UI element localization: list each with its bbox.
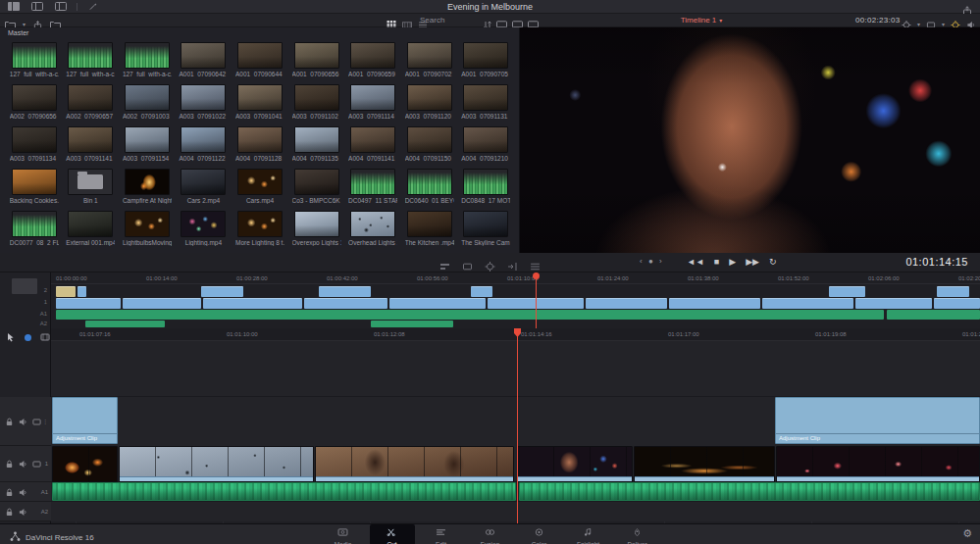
video-clip[interactable] [776,446,980,482]
video-clip[interactable] [119,446,314,482]
media-clip[interactable]: DC0497_11 STAR... [344,166,401,208]
overview-clip-a1[interactable] [56,310,884,320]
lock-icon[interactable] [5,483,14,501]
media-clip[interactable]: 127_full_with-a-c... [6,39,63,81]
frame-icon[interactable] [32,413,41,430]
media-clip[interactable]: A001_07090644_C... [232,39,288,81]
overview-clip-v1[interactable] [586,298,667,309]
media-clip[interactable]: A003_07091102_C... [288,81,345,124]
track-header-audio-1[interactable]: A1 [0,482,51,502]
video-clip[interactable] [52,446,118,482]
media-clip[interactable]: 127_full_with-a-c... [119,39,176,81]
overview-clip-v2[interactable] [201,286,243,297]
media-clip[interactable]: Lighting.mp4 [176,208,232,250]
overview-clip-v1[interactable] [855,298,932,309]
jog-control[interactable]: ‹ ● › [640,257,664,266]
overview-clip-v2[interactable] [937,286,969,297]
viewer-video[interactable] [520,27,980,253]
media-clip[interactable]: The Kitchen .mp4 [401,208,458,250]
track-a1-lane[interactable] [51,482,980,502]
track-v2-lane[interactable]: Adjustment ClipAdjustment Clip [51,397,980,453]
overview-clip-v1[interactable] [762,298,853,309]
search-input[interactable]: Search [420,16,444,25]
video-clip[interactable] [315,446,514,482]
media-clip[interactable]: A004_07091122_C... [176,124,232,166]
frame-icon[interactable] [32,455,41,472]
speaker-icon[interactable] [19,455,27,472]
adjustment-clip[interactable]: Adjustment Clip [52,397,118,444]
media-clip[interactable]: A003_07091041_C... [232,81,288,124]
adjustment-clip[interactable]: Adjustment Clip [775,397,980,444]
stop-button[interactable]: ■ [714,256,719,268]
go-to-start-button[interactable]: ◄◄ [687,256,704,268]
tab-fairlight[interactable]: Fairlight [566,524,611,544]
play-button[interactable]: ▶ [729,256,736,268]
pointer-tool-icon[interactable] [6,328,16,346]
media-clip[interactable]: A001_07090702_C... [401,39,458,81]
media-clip[interactable]: A003_07091114_C... [344,81,401,124]
overview-clip-a2[interactable] [85,321,165,327]
overview-clip-v2[interactable] [77,286,86,297]
media-bin[interactable]: Bin 1 [63,166,120,208]
lock-icon[interactable] [5,503,14,520]
timeline-detail[interactable]: 01:01:07:1601:01:10:0001:01:12:0801:01:1… [51,328,980,523]
media-clip[interactable]: A002_07090656_C... [6,81,63,124]
overview-clip-v2[interactable] [471,286,492,297]
video-clip[interactable] [517,446,633,482]
media-clip[interactable]: DC0640_01 BEYO... [401,166,458,208]
overview-clip-v1[interactable] [123,298,201,309]
overview-clip-v2[interactable] [56,286,76,297]
go-to-end-button[interactable]: ▶▶ [746,256,759,268]
audio-clip[interactable] [519,482,980,501]
media-clip[interactable]: A004_07091150_C... [401,124,458,166]
timeline-overview[interactable]: 01:00:00:0001:00:14:0001:00:28:0001:00:4… [51,272,980,328]
tab-edit[interactable]: Edit [419,524,464,544]
track-header-video-2[interactable]: ⋮ [0,397,51,446]
overview-clip-v2[interactable] [829,286,865,297]
tab-color[interactable]: Color [517,524,562,544]
media-clip[interactable]: Campfire At Night... [119,166,176,208]
breadcrumb[interactable]: Master [8,29,28,36]
media-clip[interactable]: Overhead Lights 1... [344,208,401,250]
lock-icon[interactable] [5,455,14,472]
settings-gear-icon[interactable]: ⚙ [962,527,972,540]
media-clip[interactable]: Cars.mp4 [232,166,288,208]
tab-fusion[interactable]: Fusion [468,524,513,544]
media-clip[interactable]: LightbulbsMoving... [119,208,176,250]
media-clip[interactable]: A001_07090659_C... [344,39,401,81]
media-clip[interactable]: DC0077_08_2 FLO... [6,208,63,250]
media-clip[interactable]: 127_full_with-a-c... [63,39,120,81]
track-v1-lane[interactable] [51,446,980,482]
timeline-selector[interactable]: Timeline 1▾ [647,16,755,25]
media-clip[interactable]: A003_07091134_C... [6,124,63,166]
overview-clip-a1[interactable] [887,310,980,320]
media-clip[interactable]: Overexpo Lights 1... [288,208,345,250]
overview-clip-v1[interactable] [669,298,760,309]
overview-ruler[interactable]: 01:00:00:0001:00:14:0001:00:28:0001:00:4… [51,272,980,284]
media-clip[interactable]: Backing Cookies... [6,166,63,208]
media-clip[interactable]: The Skyline Cam A... [457,208,514,250]
media-clip[interactable]: A001_07090705_C... [457,39,514,81]
tab-deliver[interactable]: Deliver [615,524,660,544]
camera-icon[interactable] [40,328,50,346]
media-clip[interactable]: A003_07091141_C... [63,124,120,166]
tab-media[interactable]: Media [321,524,366,544]
media-clip[interactable]: External 001.mp4 [63,208,120,250]
overview-clip-v1[interactable] [389,298,486,309]
media-clip[interactable]: A001_07090656_C... [288,39,345,81]
media-clip[interactable]: A002_07091003_C... [119,81,176,124]
media-clip[interactable]: Co3 - BMPCC6K_Ja... [288,166,345,208]
record-dot-icon[interactable] [25,334,31,341]
media-clip[interactable]: A003_07091131_C... [457,81,514,124]
video-clip[interactable] [634,446,775,482]
overview-playhead[interactable] [536,272,537,328]
media-clip[interactable]: More Lighting 8 t... [232,208,288,250]
overview-clip-a2[interactable] [371,321,453,327]
media-clip[interactable]: DC0848_17 MOT... [457,166,514,208]
media-clip[interactable]: A001_07090642_C... [176,39,232,81]
track-v3-lane[interactable] [51,341,980,397]
track-header-video-1[interactable]: 1 [0,446,51,482]
track-header-audio-2[interactable]: A2 [0,502,51,521]
overview-clip-v1[interactable] [934,298,980,309]
overview-clip-v2[interactable] [319,286,371,297]
